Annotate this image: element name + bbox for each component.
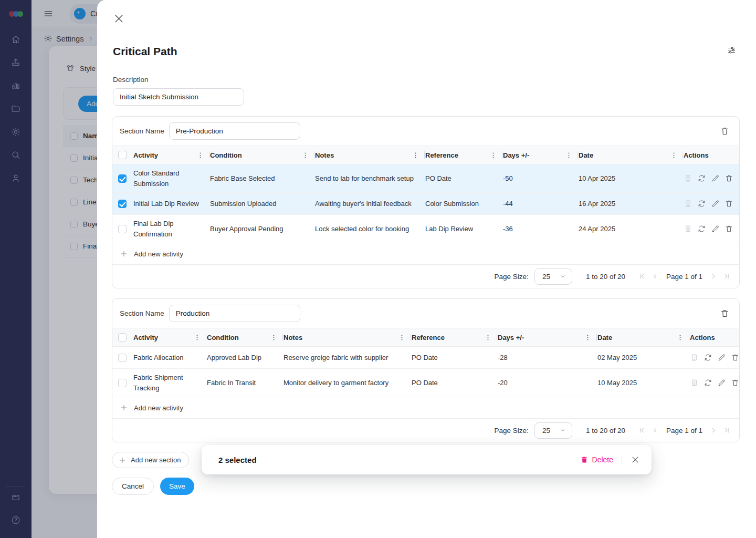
select-all-checkbox[interactable] <box>118 151 127 159</box>
building-icon <box>684 224 692 233</box>
cell-notes: Send to lab for benchmark setup <box>314 170 424 188</box>
table-header-row: Activity Condition Notes Reference Days … <box>112 328 739 347</box>
delete-icon[interactable] <box>724 224 733 233</box>
row-checkbox[interactable] <box>118 174 127 183</box>
table-row[interactable]: Fabric Allocation Approved Lab Dip Reser… <box>112 347 739 369</box>
column-menu-icon[interactable] <box>565 151 573 159</box>
page-title: Critical Path <box>113 45 740 58</box>
page-size-label: Page Size: <box>495 427 529 434</box>
delete-icon[interactable] <box>724 199 733 208</box>
table-row[interactable]: Color Standard Submission Fabric Base Se… <box>112 164 739 193</box>
refresh-icon[interactable] <box>697 199 706 208</box>
cancel-button[interactable]: Cancel <box>112 478 154 495</box>
row-actions <box>682 224 739 233</box>
selected-count: 2 selected <box>218 456 257 464</box>
column-menu-icon[interactable] <box>489 151 497 159</box>
save-button[interactable]: Save <box>160 478 194 495</box>
add-new-activity-button[interactable]: Add new activity <box>112 243 739 265</box>
prev-page-icon[interactable] <box>651 426 659 434</box>
first-page-icon[interactable] <box>638 272 646 281</box>
section-name-label: Section Name <box>120 309 164 317</box>
pagination-range: 1 to 20 of 20 <box>586 273 625 281</box>
column-header-date: Date <box>596 328 689 346</box>
select-all-checkbox[interactable] <box>118 333 127 342</box>
section-card-pre-production: Section Name Activity Condition Notes Re… <box>112 116 740 288</box>
column-menu-icon[interactable] <box>193 334 201 342</box>
description-input[interactable] <box>113 88 244 106</box>
next-page-icon[interactable] <box>709 426 718 434</box>
column-header-activity: Activity <box>132 328 206 346</box>
page-size-select[interactable]: 25 <box>534 268 572 285</box>
row-checkbox[interactable] <box>118 225 127 233</box>
section-name-label: Section Name <box>120 127 164 135</box>
edit-icon[interactable] <box>711 199 720 208</box>
plus-icon <box>118 456 127 464</box>
cell-condition: Buyer Approval Pending <box>209 220 314 238</box>
delete-selected-button[interactable]: Delete <box>580 456 613 464</box>
column-menu-icon[interactable] <box>676 334 684 342</box>
column-menu-icon[interactable] <box>301 151 309 159</box>
last-page-icon[interactable] <box>722 426 731 434</box>
cell-activity: Final Lab Dip Confirmation <box>132 215 209 243</box>
delete-section-icon[interactable] <box>720 126 730 136</box>
edit-icon[interactable] <box>711 174 720 183</box>
prev-page-icon[interactable] <box>651 272 659 281</box>
last-page-icon[interactable] <box>722 272 731 281</box>
column-menu-icon[interactable] <box>584 334 592 342</box>
refresh-icon[interactable] <box>704 353 712 362</box>
cell-days: -50 <box>502 170 578 188</box>
edit-icon[interactable] <box>717 353 726 362</box>
column-menu-icon[interactable] <box>398 334 406 342</box>
delete-icon[interactable] <box>731 353 740 362</box>
edit-icon[interactable] <box>711 224 720 233</box>
column-header-condition: Condition <box>209 146 314 164</box>
column-menu-icon[interactable] <box>412 151 419 159</box>
column-header-date: Date <box>578 146 682 164</box>
delete-section-icon[interactable] <box>720 308 730 318</box>
column-menu-icon[interactable] <box>670 151 678 159</box>
cell-condition: Fabric In Transit <box>206 374 282 392</box>
cell-activity: Fabric Allocation <box>132 349 206 367</box>
page-size-select[interactable]: 25 <box>534 422 572 439</box>
cell-condition: Submission Uploaded <box>209 195 314 213</box>
row-checkbox[interactable] <box>118 379 127 387</box>
refresh-icon[interactable] <box>697 174 706 183</box>
close-icon[interactable] <box>113 13 125 25</box>
row-checkbox[interactable] <box>118 200 127 208</box>
add-new-activity-button[interactable]: Add new activity <box>112 397 739 419</box>
toast-close-icon[interactable] <box>631 455 640 464</box>
column-menu-icon[interactable] <box>484 334 492 342</box>
section-name-input[interactable] <box>169 305 300 322</box>
table-row[interactable]: Final Lab Dip Confirmation Buyer Approva… <box>112 215 739 243</box>
cell-reference: PO Date <box>424 170 502 188</box>
next-page-icon[interactable] <box>709 272 718 281</box>
cell-condition: Fabric Base Selected <box>209 170 314 188</box>
refresh-icon[interactable] <box>704 378 712 387</box>
building-icon <box>684 199 692 208</box>
cell-reference: Color Submission <box>424 195 502 213</box>
section-name-input[interactable] <box>169 122 300 140</box>
first-page-icon[interactable] <box>638 426 646 434</box>
table-row[interactable]: Initial Lab Dip Review Submission Upload… <box>112 193 739 215</box>
column-menu-icon[interactable] <box>196 151 204 159</box>
table-row[interactable]: Fabric Shipment Tracking Fabric In Trans… <box>112 369 739 397</box>
plus-icon <box>120 404 128 412</box>
delete-icon[interactable] <box>731 378 740 387</box>
add-new-section-button[interactable]: Add new section <box>112 452 189 468</box>
filter-sliders-icon[interactable] <box>727 45 737 55</box>
cell-notes: Monitor delivery to garment factory <box>282 374 411 392</box>
delete-icon[interactable] <box>724 174 733 183</box>
cell-days: -44 <box>502 195 578 213</box>
cell-notes: Awaiting buyer's initial feedback <box>314 195 424 213</box>
column-header-condition: Condition <box>206 328 282 346</box>
column-menu-icon[interactable] <box>270 334 278 342</box>
refresh-icon[interactable] <box>697 224 706 233</box>
cell-reference: PO Date <box>411 374 497 392</box>
column-header-notes: Notes <box>314 146 424 164</box>
building-icon <box>684 174 692 183</box>
edit-icon[interactable] <box>717 378 726 387</box>
cell-activity: Initial Lab Dip Review <box>132 195 209 213</box>
column-header-days: Days +/- <box>497 328 596 346</box>
row-checkbox[interactable] <box>118 354 127 362</box>
row-actions <box>689 378 745 387</box>
